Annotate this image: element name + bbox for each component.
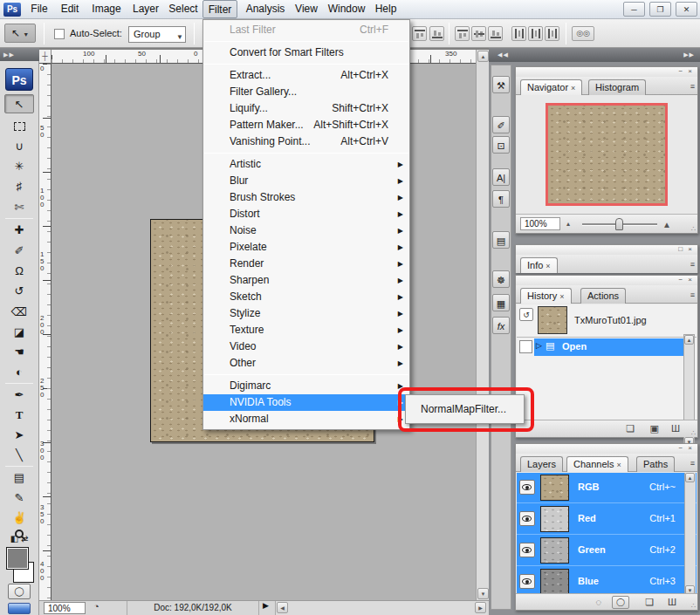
- menu-item-extract[interactable]: Extract... Alt+Ctrl+X: [203, 67, 409, 84]
- tab-layers[interactable]: Layers: [520, 456, 563, 472]
- menu-item-xnormal[interactable]: xNormal ▶: [203, 411, 409, 427]
- move-tool-preset-button[interactable]: ↖ ▼: [4, 24, 36, 43]
- tool-presets-icon[interactable]: ⚒: [492, 76, 510, 93]
- visibility-toggle[interactable]: [519, 480, 535, 495]
- character-panel-icon[interactable]: A|: [492, 168, 510, 186]
- tab-close-icon[interactable]: ×: [559, 292, 564, 301]
- menu-item-sketch[interactable]: Sketch ▶: [203, 289, 409, 305]
- notes-tool-button[interactable]: ▤: [4, 468, 34, 488]
- menu-view[interactable]: View: [290, 0, 323, 18]
- distribute-left-button[interactable]: [511, 26, 526, 41]
- panel-menu-icon[interactable]: ≡: [690, 459, 695, 468]
- visibility-toggle[interactable]: [519, 511, 535, 526]
- menu-item-digimarc[interactable]: Digimarc ▶: [203, 378, 409, 394]
- menu-item-video[interactable]: Video ▶: [203, 338, 409, 355]
- collapse-icon[interactable]: ◀◀: [498, 48, 509, 62]
- distribute-right-button[interactable]: [545, 26, 559, 41]
- history-state-open[interactable]: ▷ ▤ Open: [534, 338, 683, 356]
- scroll-up-icon[interactable]: ▲: [684, 335, 694, 345]
- navigator-proxy-view[interactable]: [546, 103, 668, 206]
- menu-item-filter-gallery[interactable]: Filter Gallery...: [203, 84, 409, 100]
- menu-select[interactable]: Select: [164, 0, 202, 18]
- vertical-scrollbar[interactable]: ▲ ▼: [476, 50, 489, 600]
- menu-item-artistic[interactable]: Artistic ▶: [203, 156, 409, 173]
- snapshot-thumbnail[interactable]: [538, 306, 567, 334]
- snapshot-name[interactable]: TxMuroTut01.jpg: [574, 304, 647, 336]
- scroll-up-icon[interactable]: ▲: [685, 473, 695, 482]
- tab-navigator[interactable]: Navigator×: [520, 79, 582, 95]
- menu-item-pixelate[interactable]: Pixelate ▶: [203, 239, 409, 256]
- tab-paths[interactable]: Paths: [636, 456, 675, 472]
- clone-stamp-tool-button[interactable]: Ω: [4, 262, 34, 281]
- menu-item-noise[interactable]: Noise ▶: [203, 222, 409, 239]
- tab-histogram[interactable]: Histogram: [588, 79, 646, 95]
- navigator-zoom-slider[interactable]: [582, 223, 657, 226]
- menu-item-stylize[interactable]: Stylize ▶: [203, 305, 409, 322]
- zoom-level-field[interactable]: 100%: [44, 602, 86, 614]
- brushes-panel-icon[interactable]: ✐: [492, 116, 510, 133]
- type-tool-button[interactable]: T: [4, 406, 34, 425]
- tab-close-icon[interactable]: ×: [571, 84, 575, 92]
- new-document-from-state-icon[interactable]: ❏: [626, 423, 635, 434]
- menu-item-other[interactable]: Other ▶: [203, 355, 409, 372]
- history-brush-tool-button[interactable]: ↺: [4, 282, 34, 301]
- minimize-panel-icon[interactable]: −: [678, 444, 684, 452]
- clone-source-icon[interactable]: ⊡: [492, 136, 510, 154]
- menu-file[interactable]: File: [24, 0, 54, 18]
- load-selection-icon[interactable]: ◌: [595, 597, 601, 607]
- close-panel-icon[interactable]: ×: [688, 245, 694, 253]
- menu-item-pattern-maker[interactable]: Pattern Maker... Alt+Shift+Ctrl+X: [203, 117, 409, 133]
- minimize-icon[interactable]: ─: [623, 2, 645, 17]
- styles-panel-icon[interactable]: fx: [492, 317, 510, 334]
- menu-item-render[interactable]: Render ▶: [203, 256, 409, 272]
- color-panel-icon[interactable]: ☸: [492, 270, 510, 288]
- menu-image[interactable]: Image: [86, 0, 127, 18]
- align-bottom-button[interactable]: [488, 26, 503, 41]
- eyedropper-tool-button[interactable]: ✎: [4, 489, 34, 508]
- slice-tool-button[interactable]: ✄: [4, 198, 34, 217]
- align-layers-button-1[interactable]: [412, 26, 427, 41]
- ruler-origin[interactable]: ┼: [39, 50, 51, 64]
- new-snapshot-icon[interactable]: ▣: [650, 423, 659, 434]
- scroll-left-icon[interactable]: ◀: [277, 602, 288, 613]
- workspace-button[interactable]: ◎◎: [572, 26, 594, 41]
- channel-row-rgb[interactable]: RGB Ctrl+~: [517, 473, 697, 503]
- menu-item-brush-strokes[interactable]: Brush Strokes ▶: [203, 189, 409, 206]
- tab-channels[interactable]: Channels×: [566, 456, 628, 472]
- trash-icon[interactable]: Ш: [671, 423, 680, 434]
- align-middle-button[interactable]: [471, 26, 486, 41]
- tab-close-icon[interactable]: ×: [546, 262, 550, 270]
- default-colors-control[interactable]: ◧ ⇄: [4, 533, 34, 545]
- align-layers-button-2[interactable]: [429, 26, 444, 41]
- swatches-panel-icon[interactable]: ▦: [492, 294, 510, 311]
- tab-info[interactable]: Info×: [520, 257, 558, 273]
- resize-grip-icon[interactable]: ∴: [691, 429, 696, 437]
- status-menu-arrow-icon[interactable]: ▶: [263, 601, 269, 610]
- magic-wand-tool-button[interactable]: ✳: [4, 157, 34, 176]
- menu-help[interactable]: Help: [370, 0, 401, 18]
- dodge-tool-button[interactable]: ◐: [4, 363, 34, 382]
- move-tool-button[interactable]: ↖: [4, 94, 34, 113]
- resize-grip-icon[interactable]: ∴: [691, 225, 696, 233]
- align-top-button[interactable]: [455, 26, 470, 41]
- foreground-color-swatch[interactable]: [6, 547, 29, 570]
- slider-thumb[interactable]: [615, 218, 623, 230]
- trash-icon[interactable]: Ш: [668, 597, 676, 607]
- line-tool-button[interactable]: ╲: [4, 446, 34, 465]
- panel-menu-icon[interactable]: ≡: [690, 290, 695, 299]
- menu-item-distort[interactable]: Distort ▶: [203, 206, 409, 222]
- path-select-tool-button[interactable]: ➤: [4, 426, 34, 445]
- close-icon[interactable]: ✕: [676, 2, 697, 17]
- healing-brush-tool-button[interactable]: ✚: [4, 221, 34, 240]
- close-panel-icon[interactable]: ×: [688, 276, 694, 284]
- menu-item-nvidia-tools[interactable]: NVIDIA Tools ▶: [203, 394, 409, 411]
- visibility-toggle[interactable]: [519, 574, 535, 589]
- toolbar-collapse-header[interactable]: ▶▶: [0, 48, 39, 61]
- minimize-panel-icon[interactable]: −: [678, 67, 684, 75]
- horizontal-scrollbar[interactable]: ◀ ▶: [275, 601, 487, 615]
- history-brush-source-button[interactable]: ↺: [519, 308, 533, 321]
- menu-item-texture[interactable]: Texture ▶: [203, 322, 409, 338]
- eraser-tool-button[interactable]: ⌫: [4, 303, 34, 322]
- swap-colors-icon[interactable]: ⇄: [21, 534, 28, 543]
- panel-menu-icon[interactable]: ≡: [690, 82, 695, 91]
